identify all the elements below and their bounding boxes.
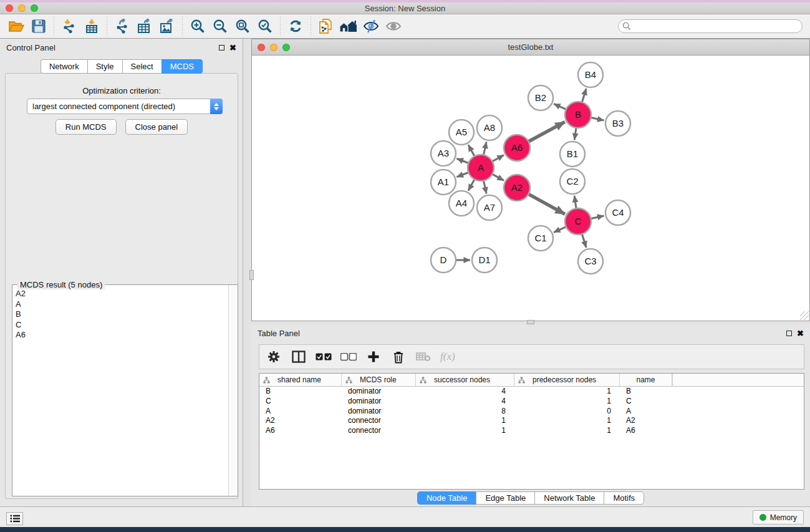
edge-A6-B[interactable]	[528, 122, 564, 142]
cell-MCDS-role[interactable]: connector	[342, 426, 416, 436]
edge-A-A5[interactable]	[468, 145, 475, 156]
edge-A-A6[interactable]	[492, 155, 504, 162]
cell-successor-nodes[interactable]: 1	[416, 416, 514, 426]
cell-MCDS-role[interactable]: dominator	[342, 397, 416, 407]
edge-C-C4[interactable]	[591, 216, 604, 219]
node-A[interactable]: A	[468, 155, 494, 181]
table-row[interactable]: A2connector11A2	[259, 416, 804, 426]
node-D[interactable]: D	[431, 248, 456, 273]
edge-A-A8[interactable]	[483, 142, 486, 155]
float-table-panel-icon[interactable]	[786, 331, 792, 336]
run-mcds-button[interactable]: Run MCDS	[55, 119, 117, 135]
edge-C-C2[interactable]	[574, 196, 576, 208]
zoom-selected-button[interactable]	[254, 16, 276, 36]
search-input[interactable]	[631, 22, 798, 31]
tab-mcds[interactable]: MCDS	[162, 59, 203, 74]
table-settings-button[interactable]	[266, 349, 282, 365]
cell-predecessor-nodes[interactable]: 1	[514, 387, 620, 397]
node-B4[interactable]: B4	[578, 62, 603, 87]
edge-C-C3[interactable]	[582, 234, 586, 248]
tab-edge-table[interactable]: Edge Table	[476, 491, 534, 505]
column-header-predecessor-nodes[interactable]: predecessor nodes	[514, 374, 620, 387]
tab-motifs[interactable]: Motifs	[604, 491, 644, 505]
close-table-panel-icon[interactable]: ✖	[797, 331, 804, 336]
node-A7[interactable]: A7	[477, 195, 502, 220]
edge-A-A1[interactable]	[456, 173, 468, 177]
cell-shared-name[interactable]: A2	[259, 416, 342, 426]
zoom-out-button[interactable]	[209, 16, 231, 36]
mcds-result-item[interactable]: A6	[13, 330, 228, 341]
cell-successor-nodes[interactable]: 1	[416, 426, 514, 436]
cell-MCDS-role[interactable]: dominator	[342, 387, 416, 397]
memory-button[interactable]: Memory	[753, 510, 804, 525]
cell-MCDS-role[interactable]: dominator	[342, 407, 416, 417]
edge-C-C1[interactable]	[554, 227, 566, 233]
cell-name[interactable]: A	[620, 407, 672, 417]
node-A3[interactable]: A3	[431, 141, 456, 166]
node-A4[interactable]: A4	[449, 191, 474, 216]
edge-B-B1[interactable]	[574, 128, 576, 140]
node-A8[interactable]: A8	[477, 115, 502, 140]
network-graph-canvas[interactable]: B4B2BB3A8A5A6A3B1AC2A1A2A4A7C4CC1C3DD1	[252, 56, 809, 321]
table-row[interactable]: Adominator80A	[259, 407, 804, 417]
tab-network-table[interactable]: Network Table	[534, 491, 604, 505]
node-B1[interactable]: B1	[560, 142, 585, 167]
cell-successor-nodes[interactable]: 8	[416, 407, 514, 417]
cell-predecessor-nodes[interactable]: 1	[514, 397, 620, 407]
function-builder-button[interactable]: f(x)	[440, 351, 455, 363]
node-A5[interactable]: A5	[449, 120, 474, 145]
node-C3[interactable]: C3	[578, 249, 603, 274]
edge-A2-C[interactable]	[528, 194, 565, 214]
table-row[interactable]: Cdominator41C	[259, 397, 804, 407]
close-panel-button[interactable]: Close panel	[125, 119, 188, 135]
create-column-button[interactable]	[365, 349, 382, 365]
save-session-button[interactable]	[27, 16, 50, 36]
node-A2[interactable]: A2	[504, 175, 530, 201]
tab-network[interactable]: Network	[41, 59, 87, 74]
tab-node-table[interactable]: Node Table	[417, 491, 476, 505]
open-session-button[interactable]	[5, 16, 27, 36]
duplicate-network-button[interactable]	[315, 16, 337, 36]
tab-style[interactable]: Style	[87, 59, 122, 74]
close-panel-icon[interactable]: ✖	[229, 45, 236, 51]
mcds-result-item[interactable]: C	[13, 320, 228, 331]
cell-successor-nodes[interactable]: 4	[416, 397, 514, 407]
cell-MCDS-role[interactable]: connector	[342, 416, 416, 426]
delete-column-button[interactable]	[390, 349, 407, 365]
export-image-button[interactable]	[156, 16, 178, 36]
delete-table-button[interactable]	[415, 349, 432, 365]
mcds-result-item[interactable]: A	[13, 299, 228, 310]
mcds-result-item[interactable]: B	[13, 309, 228, 320]
node-C1[interactable]: C1	[528, 226, 553, 251]
column-header-name[interactable]: name	[620, 374, 672, 387]
edge-B-B3[interactable]	[591, 117, 604, 120]
column-header-MCDS-role[interactable]: MCDS role	[342, 374, 416, 387]
cell-shared-name[interactable]: B	[259, 387, 342, 397]
cell-name[interactable]: A2	[620, 416, 672, 426]
cell-predecessor-nodes[interactable]: 0	[514, 407, 620, 417]
table-row[interactable]: Bdominator41B	[259, 387, 804, 397]
import-network-button[interactable]	[58, 16, 80, 36]
node-C[interactable]: C	[565, 208, 591, 235]
edge-A-A2[interactable]	[492, 174, 504, 180]
refresh-button[interactable]	[284, 16, 307, 36]
home-button[interactable]	[337, 16, 360, 36]
bottom-divider-handle[interactable]	[527, 320, 534, 324]
zoom-in-button[interactable]	[186, 16, 209, 36]
column-header-successor-nodes[interactable]: successor nodes	[416, 374, 514, 387]
cell-shared-name[interactable]: A	[259, 407, 342, 417]
import-table-button[interactable]	[80, 16, 103, 36]
select-all-button[interactable]	[316, 349, 332, 365]
window-resize-grip[interactable]	[800, 311, 809, 320]
node-C2[interactable]: C2	[560, 169, 585, 194]
edge-A-A4[interactable]	[468, 179, 475, 190]
cell-shared-name[interactable]: A6	[259, 426, 342, 436]
cell-name[interactable]: C	[620, 397, 672, 407]
table-row[interactable]: A6connector11A6	[259, 426, 804, 436]
edge-A-A3[interactable]	[456, 158, 468, 163]
cell-shared-name[interactable]: C	[259, 397, 342, 407]
node-D1[interactable]: D1	[472, 248, 497, 273]
left-divider-handle[interactable]	[249, 270, 254, 280]
column-header-shared-name[interactable]: shared name	[259, 374, 342, 387]
node-C4[interactable]: C4	[605, 200, 630, 225]
